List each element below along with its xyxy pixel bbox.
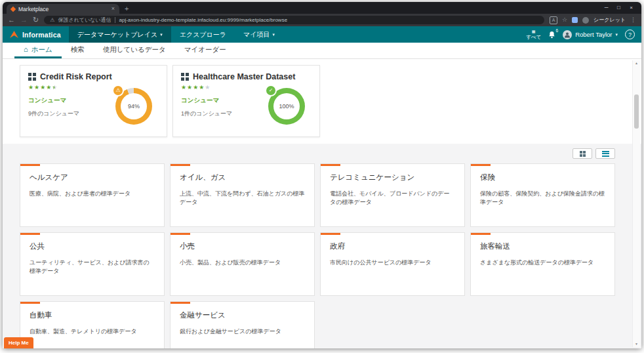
- window-controls: ─ □ ×: [600, 2, 637, 14]
- nav-label: データマーケットプレイス: [77, 30, 157, 39]
- featured-card[interactable]: Credit Risk Report ★ ★ ★ ★ ★ コンシューマ 9件のコ…: [20, 65, 167, 137]
- star-icon: ★: [187, 85, 192, 91]
- chevron-down-icon: ▾: [615, 32, 618, 37]
- tab-home[interactable]: ⌂ ホーム: [14, 43, 62, 58]
- user-menu[interactable]: Robert Taylor ▾: [563, 30, 618, 39]
- back-icon[interactable]: ←: [8, 16, 15, 24]
- star-icon: ★: [181, 85, 186, 91]
- card-accent: [321, 233, 340, 235]
- star-icon: ★: [193, 85, 198, 91]
- category-card[interactable]: オイル、ガス 上流、中流、下流を問わず、石油とガスの標準データ: [170, 163, 315, 227]
- featured-title: Healthcare Master Dataset: [193, 72, 295, 81]
- featured-title: Credit Risk Report: [40, 72, 112, 81]
- category-description: 小売、製品、および販売の標準データ: [180, 259, 305, 267]
- scrollbar[interactable]: ▲ ▼: [632, 60, 640, 347]
- grid-view-button[interactable]: [573, 148, 592, 159]
- window-close-button[interactable]: ×: [625, 2, 637, 14]
- scrollbar-thumb[interactable]: [634, 94, 639, 129]
- forward-icon[interactable]: →: [20, 16, 28, 24]
- tab-data-in-use[interactable]: 使用しているデータ: [94, 43, 175, 58]
- browser-tab[interactable]: Marketplace ×: [7, 4, 119, 14]
- user-name: Robert Taylor: [575, 31, 612, 38]
- tab-title: Marketplace: [18, 6, 108, 12]
- warning-badge-icon: ⚠: [112, 85, 124, 96]
- category-card[interactable]: 小売 小売、製品、および販売の標準データ: [170, 232, 315, 296]
- app-header: Informatica データマーケットプレイス ▾ エクスプローラ マイ項目 …: [3, 26, 641, 43]
- minimize-button[interactable]: ─: [600, 2, 613, 14]
- tab-search[interactable]: 検索: [62, 43, 94, 58]
- incognito-icon: [582, 17, 589, 24]
- help-button[interactable]: ?: [625, 30, 635, 39]
- person-icon: [564, 31, 571, 38]
- browser-menu-icon[interactable]: ⋮: [630, 17, 636, 23]
- tab-close-icon[interactable]: ×: [111, 6, 115, 12]
- translate-icon[interactable]: A: [550, 16, 557, 24]
- dataset-icon: [181, 73, 189, 81]
- star-icon: ★: [199, 85, 204, 91]
- nav-data-marketplace[interactable]: データマーケットプレイス ▾: [69, 26, 171, 43]
- star-icon: ★: [34, 85, 39, 91]
- nav-my-items[interactable]: マイ項目 ▾: [235, 26, 283, 43]
- category-description: 電話会社、モバイル、ブロードバンドのデータの標準データ: [330, 190, 455, 207]
- category-grid: ヘルスケア 医療、病院、および患者の標準データ オイル、ガス 上流、中流、下流を…: [20, 163, 615, 348]
- category-description: 上流、中流、下流を問わず、石油とガスの標準データ: [180, 190, 305, 207]
- category-card[interactable]: 政府 市民向けの公共サービスの標準データ: [320, 232, 465, 296]
- featured-section: Credit Risk Report ★ ★ ★ ★ ★ コンシューマ 9件のコ…: [3, 59, 641, 144]
- bookmark-star-icon[interactable]: ☆: [562, 17, 567, 23]
- grid-small-icon: ▦: [532, 30, 536, 33]
- category-description: 市民向けの公共サービスの標準データ: [330, 259, 455, 267]
- category-description: 銀行および金融サービスの標準データ: [180, 327, 305, 336]
- tab-label: 使用しているデータ: [103, 45, 166, 54]
- reload-icon[interactable]: ↻: [33, 16, 39, 24]
- category-card[interactable]: 保険 保険の顧客、保険契約、および保険金請求の標準データ: [470, 163, 615, 227]
- informatica-logo-icon: [9, 30, 19, 39]
- extension-icon[interactable]: [572, 17, 578, 23]
- new-tab-button[interactable]: +: [125, 5, 129, 12]
- home-icon: ⌂: [24, 46, 28, 53]
- featured-card[interactable]: Healthcare Master Dataset ★ ★ ★ ★ ★ コンシュ…: [172, 65, 320, 137]
- category-card[interactable]: 公共 ユーティリティ、サービス、および請求書の標準データ: [20, 232, 165, 296]
- category-card[interactable]: テレコミュニケーション 電話会社、モバイル、ブロードバンドのデータの標準データ: [320, 163, 465, 227]
- chevron-down-icon: ▾: [160, 32, 163, 37]
- notifications-button[interactable]: 6: [548, 31, 555, 39]
- page-tabs: ⌂ ホーム 検索 使用しているデータ マイオーダー: [3, 43, 641, 59]
- bell-icon: [548, 31, 555, 39]
- all-filter-button[interactable]: ▦ すべて: [526, 30, 541, 40]
- nav-label: エクスプローラ: [180, 30, 226, 39]
- card-accent: [20, 302, 40, 304]
- category-card[interactable]: 旅客輸送 さまざまな形式の輸送データの標準データ: [470, 232, 615, 296]
- category-title: テレコミュニケーション: [330, 173, 455, 182]
- address-bar[interactable]: ⚠ 保護されていない通信 apj-axon-industry-demo-temp…: [44, 16, 544, 24]
- tab-label: マイオーダー: [184, 45, 226, 54]
- category-card[interactable]: ヘルスケア 医療、病院、および患者の標準データ: [20, 163, 165, 227]
- all-filter-label: すべて: [526, 35, 541, 40]
- check-badge-icon: ✓: [265, 85, 277, 96]
- help-me-button[interactable]: Help Me: [4, 337, 33, 348]
- app-header-right: ▦ すべて 6 Robert Taylor ▾ ?: [526, 26, 641, 43]
- browser-window: Marketplace × + ─ □ × ← → ↻ ⚠ 保護されていない通信…: [3, 2, 641, 348]
- category-title: ヘルスケア: [30, 173, 155, 182]
- completeness-donut: ⚠ 94%: [115, 88, 152, 125]
- nav-label: マイ項目: [243, 30, 270, 39]
- maximize-button[interactable]: □: [613, 2, 625, 14]
- category-title: 旅客輸送: [480, 241, 605, 251]
- scroll-down-icon[interactable]: ▼: [633, 341, 640, 347]
- not-secure-warning-icon: ⚠: [50, 18, 54, 23]
- category-title: 小売: [180, 241, 305, 251]
- list-view-button[interactable]: [595, 148, 615, 159]
- nav-explorer[interactable]: エクスプローラ: [171, 26, 235, 43]
- category-card[interactable]: 自動車 自動車、製造、テレメトリの標準データ: [20, 301, 165, 348]
- view-toggles: [3, 144, 641, 163]
- category-description: さまざまな形式の輸送データの標準データ: [480, 259, 605, 267]
- category-description: 医療、病院、および患者の標準データ: [30, 190, 155, 198]
- category-title: 金融サービス: [180, 310, 305, 320]
- dataset-icon: [28, 73, 36, 81]
- question-icon: ?: [628, 31, 632, 38]
- tab-my-orders[interactable]: マイオーダー: [175, 43, 235, 58]
- scroll-up-icon[interactable]: ▲: [633, 60, 640, 66]
- toolbar-icons: A ☆ シークレット ⋮: [550, 16, 636, 24]
- category-title: 政府: [330, 241, 455, 251]
- brand-name: Informatica: [22, 31, 61, 39]
- main-content: Credit Risk Report ★ ★ ★ ★ ★ コンシューマ 9件のコ…: [3, 59, 641, 348]
- category-card[interactable]: 金融サービス 銀行および金融サービスの標準データ: [170, 301, 315, 348]
